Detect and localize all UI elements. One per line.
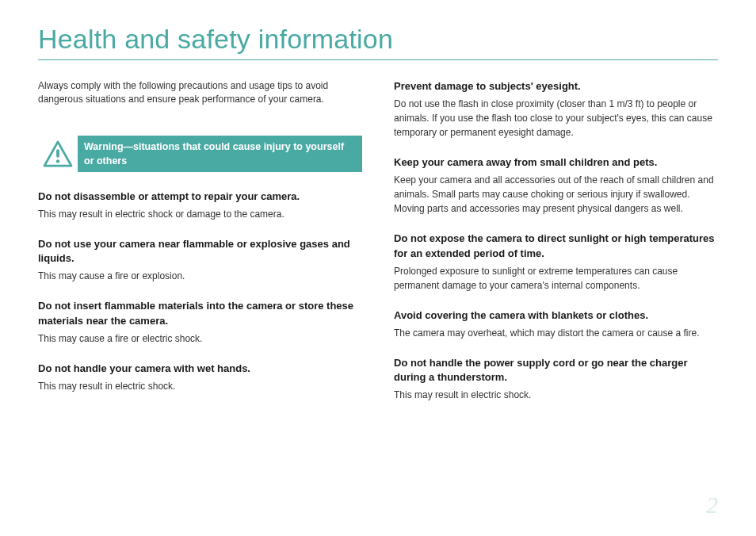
content-columns: Always comply with the following precaut…: [38, 79, 718, 418]
svg-rect-0: [56, 149, 59, 157]
warning-label-text: Warning—situations that could cause inju…: [84, 140, 354, 168]
item-body: Do not use the flash in close proximity …: [394, 97, 718, 140]
item-body: This may cause a fire or explosion.: [38, 269, 362, 283]
item-heading: Do not use your camera near flammable or…: [38, 237, 362, 266]
page-number: 2: [706, 492, 718, 519]
safety-item: Do not insert flammable materials into t…: [38, 299, 362, 345]
warning-box: Warning—situations that could cause inju…: [38, 136, 362, 172]
title-rule: [38, 59, 718, 60]
intro-text: Always comply with the following precaut…: [38, 79, 362, 107]
warning-label: Warning—situations that could cause inju…: [78, 136, 362, 172]
item-heading: Do not handle the power supply cord or g…: [394, 356, 718, 385]
item-heading: Do not insert flammable materials into t…: [38, 299, 362, 327]
item-body: Prolonged exposure to sunlight or extrem…: [394, 264, 718, 293]
safety-item: Do not expose the camera to direct sunli…: [394, 232, 718, 292]
page-title: Health and safety information: [38, 24, 718, 55]
safety-item: Do not handle your camera with wet hands…: [38, 362, 362, 393]
svg-point-1: [56, 159, 59, 163]
item-body: The camera may overheat, which may disto…: [394, 326, 718, 340]
safety-item: Do not handle the power supply cord or g…: [394, 356, 718, 402]
right-column: Prevent damage to subjects' eyesight. Do…: [394, 79, 718, 418]
item-heading: Do not expose the camera to direct sunli…: [394, 232, 718, 260]
item-heading: Do not disassemble or attempt to repair …: [38, 190, 362, 204]
item-heading: Avoid covering the camera with blankets …: [394, 308, 718, 323]
safety-item: Do not use your camera near flammable or…: [38, 237, 362, 283]
left-column: Always comply with the following precaut…: [38, 79, 362, 418]
item-heading: Do not handle your camera with wet hands…: [38, 362, 362, 376]
page: Health and safety information Always com…: [0, 0, 756, 536]
item-body: Keep your camera and all accessories out…: [394, 173, 718, 216]
safety-item: Keep your camera away from small childre…: [394, 155, 718, 216]
warning-icon: [38, 136, 78, 172]
safety-item: Avoid covering the camera with blankets …: [394, 308, 718, 340]
item-body: This may result in electric shock.: [394, 388, 718, 402]
safety-item: Do not disassemble or attempt to repair …: [38, 190, 362, 221]
safety-item: Prevent damage to subjects' eyesight. Do…: [394, 79, 718, 140]
item-body: This may cause a fire or electric shock.: [38, 331, 362, 346]
item-heading: Prevent damage to subjects' eyesight.: [394, 79, 718, 94]
item-body: This may result in electric shock.: [38, 379, 362, 393]
item-body: This may result in electric shock or dam…: [38, 207, 362, 221]
item-heading: Keep your camera away from small childre…: [394, 155, 718, 170]
